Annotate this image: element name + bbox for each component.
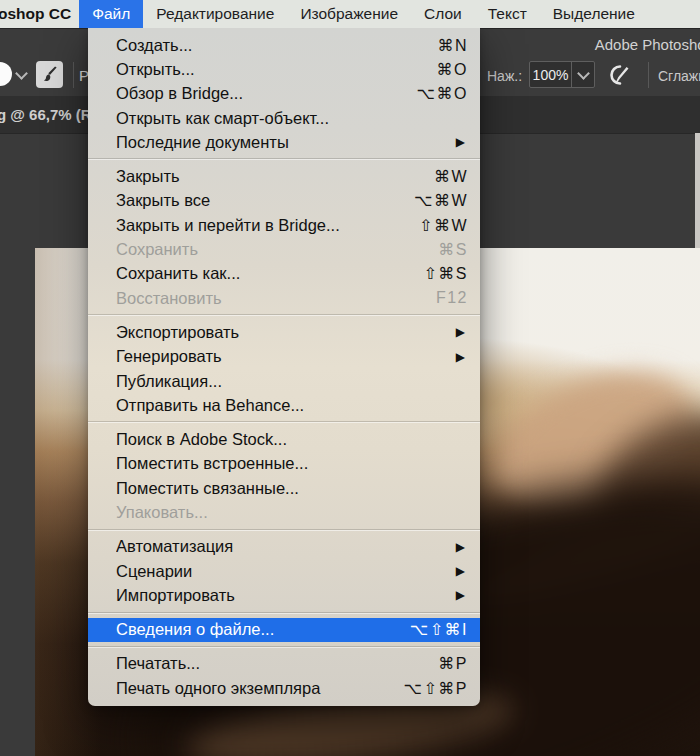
menu-item-new[interactable]: Создать...⌘N: [88, 33, 480, 57]
menu-item-label: Печатать...: [116, 654, 438, 673]
menu-item-browse-in-bridge[interactable]: Обзор в Bridge...⌥⌘O: [88, 82, 480, 106]
menu-item-recent-files[interactable]: Последние документы▶: [88, 130, 480, 154]
menu-item-publish[interactable]: Публикация...: [88, 369, 480, 393]
menu-item-shortcut: ⌥⇧⌘P: [403, 679, 468, 698]
flow-chevron-down-icon[interactable]: [571, 62, 594, 87]
submenu-arrow-icon: ▶: [456, 540, 465, 554]
menu-item-label: Открыть как смарт-объект...: [116, 109, 468, 128]
menu-item-import[interactable]: Импортировать▶: [88, 583, 480, 607]
flow-label: Наж.:: [487, 68, 522, 84]
chevron-down-icon[interactable]: [15, 67, 28, 80]
brush-preview-icon[interactable]: [0, 62, 12, 86]
menu-item-label: Восстановить: [116, 289, 436, 308]
right-panel-edge: [695, 133, 700, 249]
menu-item-shortcut: ⌘S: [438, 240, 468, 259]
menubar-item-edit[interactable]: Редактирование: [143, 0, 287, 28]
menubar: oshop CC ФайлРедактированиеИзображениеСл…: [0, 0, 700, 28]
menu-item-label: Поместить встроенные...: [116, 454, 468, 473]
menu-item-label: Сохранить как...: [116, 264, 423, 283]
menu-item-label: Сведения о файле...: [116, 620, 410, 639]
menu-item-label: Поместить связанные...: [116, 479, 468, 498]
menu-item-shortcut: ⇧⌘S: [423, 264, 468, 283]
options-divider: [73, 62, 74, 88]
options-divider-2: [648, 62, 649, 88]
menu-item-label: Отправить на Behance...: [116, 396, 468, 415]
menu-item-label: Открыть...: [116, 60, 437, 79]
menu-item-close-all[interactable]: Закрыть все⌥⌘W: [88, 189, 480, 213]
photoshop-window: g @ 66,7% (R Adobe Photoshop P Наж.: 100…: [0, 0, 700, 756]
menu-item-generate[interactable]: Генерировать▶: [88, 345, 480, 369]
menu-item-shortcut: ⌘W: [434, 167, 468, 186]
menu-item-export[interactable]: Экспортировать▶: [88, 320, 480, 344]
menu-item-label: Создать...: [116, 36, 437, 55]
menu-separator: [88, 646, 480, 648]
menu-item-label: Сценарии: [116, 562, 456, 581]
menubar-item-image[interactable]: Изображение: [287, 0, 411, 28]
menu-item-print-one-copy[interactable]: Печать одного экземпляра⌥⇧⌘P: [88, 676, 480, 700]
file-menu-panel: Создать...⌘NОткрыть...⌘OОбзор в Bridge..…: [88, 28, 480, 706]
menu-item-save-as[interactable]: Сохранить как...⇧⌘S: [88, 262, 480, 286]
menu-separator: [88, 421, 480, 423]
menu-item-close-and-go-to-bridge[interactable]: Закрыть и перейти в Bridge...⇧⌘W: [88, 213, 480, 237]
menu-item-label: Генерировать: [116, 347, 456, 366]
menu-item-place-linked[interactable]: Поместить связанные...: [88, 476, 480, 500]
menu-item-label: Экспортировать: [116, 323, 456, 342]
submenu-arrow-icon: ▶: [456, 588, 465, 602]
menu-item-share-on-behance[interactable]: Отправить на Behance...: [88, 393, 480, 417]
menu-item-label: Упаковать...: [116, 503, 468, 522]
window-title: Adobe Photoshop: [595, 36, 700, 53]
menu-item-shortcut: ⌥⌘O: [417, 84, 468, 103]
submenu-arrow-icon: ▶: [456, 135, 465, 149]
menu-item-label: Последние документы: [116, 133, 456, 152]
submenu-arrow-icon: ▶: [456, 350, 465, 364]
menu-item-open[interactable]: Открыть...⌘O: [88, 57, 480, 81]
menu-separator: [88, 612, 480, 614]
menu-item-label: Публикация...: [116, 372, 468, 391]
menu-item-scripts[interactable]: Сценарии▶: [88, 559, 480, 583]
menu-item-search-adobe-stock[interactable]: Поиск в Adobe Stock...: [88, 427, 480, 451]
menu-item-shortcut: ⌥⌘W: [414, 191, 468, 210]
menu-item-label: Печать одного экземпляра: [116, 679, 403, 698]
menu-item-print[interactable]: Печатать...⌘P: [88, 652, 480, 676]
menu-item-shortcut: ⌘N: [437, 36, 468, 55]
airbrush-icon[interactable]: [606, 62, 632, 88]
menu-item-label: Закрыть: [116, 167, 434, 186]
menu-item-shortcut: ⌘O: [437, 60, 468, 79]
menu-item-file-info[interactable]: Сведения о файле...⌥⇧⌘I: [88, 618, 480, 642]
menu-item-place-embedded[interactable]: Поместить встроенные...: [88, 452, 480, 476]
menu-item-label: Импортировать: [116, 586, 456, 605]
brush-icon: [40, 65, 59, 84]
menu-item-shortcut: ⇧⌘W: [419, 216, 468, 235]
menubar-items: ФайлРедактированиеИзображениеСлоиТекстВы…: [79, 0, 648, 28]
flow-dropdown[interactable]: 100%: [529, 61, 595, 88]
menubar-item-type[interactable]: Текст: [475, 0, 540, 28]
app-name: oshop CC: [0, 0, 79, 28]
menubar-item-file[interactable]: Файл: [79, 0, 143, 28]
menu-separator: [88, 314, 480, 316]
menu-item-label: Автоматизация: [116, 537, 456, 556]
submenu-arrow-icon: ▶: [456, 325, 465, 339]
menu-item-shortcut: F12: [436, 289, 468, 307]
menu-item-label: Поиск в Adobe Stock...: [116, 430, 468, 449]
menu-item-save: Сохранить⌘S: [88, 237, 480, 261]
flow-value: 100%: [530, 62, 571, 87]
menu-item-label: Обзор в Bridge...: [116, 84, 417, 103]
menu-item-close[interactable]: Закрыть⌘W: [88, 164, 480, 188]
menu-item-automate[interactable]: Автоматизация▶: [88, 535, 480, 559]
menu-separator: [88, 529, 480, 531]
menu-item-shortcut: ⌘P: [438, 654, 468, 673]
menu-item-label: Закрыть и перейти в Bridge...: [116, 216, 419, 235]
document-tab[interactable]: g @ 66,7% (R: [0, 106, 92, 123]
submenu-arrow-icon: ▶: [456, 564, 465, 578]
menubar-item-select[interactable]: Выделение: [540, 0, 648, 28]
menu-item-shortcut: ⌥⇧⌘I: [410, 620, 468, 639]
menu-item-label: Закрыть все: [116, 191, 414, 210]
menu-item-open-as-smart-object[interactable]: Открыть как смарт-объект...: [88, 106, 480, 130]
menu-item-revert: ВосстановитьF12: [88, 286, 480, 310]
smoothing-partial-label: Сглажив: [658, 68, 700, 84]
menubar-item-layers[interactable]: Слои: [411, 0, 475, 28]
menu-separator: [88, 158, 480, 160]
menu-item-label: Сохранить: [116, 240, 438, 259]
brush-tool-button[interactable]: [36, 61, 63, 88]
menu-item-package: Упаковать...: [88, 500, 480, 524]
